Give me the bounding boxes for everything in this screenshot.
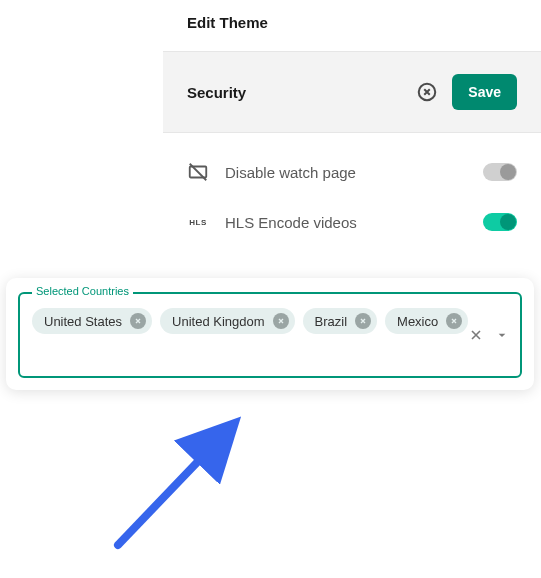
security-title: Security xyxy=(187,84,416,101)
chip: Mexico xyxy=(385,308,468,334)
chip-remove-icon[interactable] xyxy=(130,313,146,329)
multiselect-controls xyxy=(468,327,510,343)
country-multiselect[interactable]: Selected Countries United StatesUnited K… xyxy=(18,292,522,378)
close-icon[interactable] xyxy=(416,81,438,103)
save-button[interactable]: Save xyxy=(452,74,517,110)
chip-remove-icon[interactable] xyxy=(446,313,462,329)
toggle-hls[interactable] xyxy=(483,213,517,231)
chip-remove-icon[interactable] xyxy=(355,313,371,329)
clear-all-icon[interactable] xyxy=(468,327,484,343)
setting-disable-watch: Disable watch page xyxy=(163,147,541,197)
chip: Brazil xyxy=(303,308,378,334)
chevron-down-icon[interactable] xyxy=(494,327,510,343)
chip: United States xyxy=(32,308,152,334)
chip-label: United States xyxy=(44,314,122,329)
page-title: Edit Theme xyxy=(163,0,541,51)
multiselect-legend: Selected Countries xyxy=(32,285,133,297)
chip-label: Brazil xyxy=(315,314,348,329)
chip-label: Mexico xyxy=(397,314,438,329)
security-header: Security Save xyxy=(163,51,541,133)
chip-label: United Kingdom xyxy=(172,314,265,329)
setting-label: Disable watch page xyxy=(225,164,467,181)
toggle-disable-watch[interactable] xyxy=(483,163,517,181)
hls-icon: HLS xyxy=(187,211,209,233)
chip: United Kingdom xyxy=(160,308,295,334)
chip-remove-icon[interactable] xyxy=(273,313,289,329)
setting-hls: HLS HLS Encode videos xyxy=(163,197,541,247)
setting-label: HLS Encode videos xyxy=(225,214,467,231)
country-select-popover: Selected Countries United StatesUnited K… xyxy=(6,278,534,390)
screen-off-icon xyxy=(187,161,209,183)
chips-container: United StatesUnited KingdomBrazilMexico xyxy=(32,308,470,334)
